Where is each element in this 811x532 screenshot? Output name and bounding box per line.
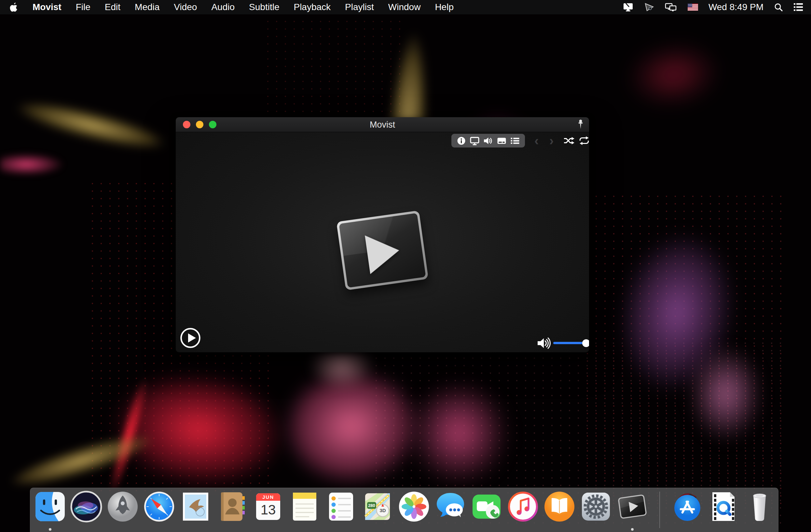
finder-icon	[34, 490, 66, 523]
spotlight-search-icon[interactable]	[774, 3, 783, 12]
running-indicator-finder	[49, 528, 51, 531]
dock-item-safari[interactable]	[143, 490, 175, 523]
dock-item-contacts[interactable]	[216, 490, 248, 523]
overlay-toolbar	[452, 134, 525, 148]
running-indicator-movist	[631, 528, 633, 531]
dock-item-ibooks[interactable]	[543, 490, 576, 523]
menu-item-playback[interactable]: Playback	[293, 2, 331, 12]
menu-item-video[interactable]: Video	[174, 2, 197, 12]
menu-item-file[interactable]: File	[76, 2, 91, 12]
display-mirroring-icon[interactable]	[665, 2, 677, 12]
subtitle-icon[interactable]	[496, 135, 507, 147]
siri-icon	[70, 490, 103, 523]
title-bar[interactable]: Movist	[176, 117, 589, 132]
launchpad-icon	[106, 490, 139, 523]
safari-icon	[143, 490, 175, 523]
menu-item-playlist[interactable]: Playlist	[345, 2, 374, 12]
dock-item-siri[interactable]	[70, 490, 103, 523]
dock-item-maps[interactable]: 280 3D	[361, 490, 394, 523]
system-preferences-icon	[580, 490, 612, 523]
reminders-icon	[325, 490, 357, 523]
dock-item-finder[interactable]	[34, 490, 66, 523]
shuffle-icon[interactable]	[564, 136, 575, 147]
volume-control	[536, 335, 588, 352]
notes-icon	[288, 490, 321, 523]
dock-item-app-store[interactable]	[671, 490, 704, 523]
notification-center-icon[interactable]	[793, 3, 803, 11]
mail-icon	[179, 490, 212, 523]
volume-icon[interactable]	[482, 135, 494, 147]
apple-icon[interactable]	[10, 2, 18, 12]
calendar-icon	[252, 490, 285, 523]
dock-item-trash[interactable]	[743, 490, 776, 523]
dock-item-calendar[interactable]: JUN 13	[252, 490, 285, 523]
volume-knob[interactable]	[582, 339, 589, 347]
play-triangle-icon	[365, 231, 402, 274]
movist-logo-screen	[339, 213, 426, 288]
dock-item-reminders[interactable]	[325, 490, 357, 523]
repeat-icon[interactable]	[579, 136, 589, 147]
screen-play-icon[interactable]	[644, 2, 655, 12]
pin-icon[interactable]	[577, 119, 584, 132]
movist-dock-icon	[616, 490, 648, 523]
volume-slider[interactable]	[553, 342, 585, 344]
ibooks-icon	[543, 490, 576, 523]
menu-item-help[interactable]: Help	[435, 2, 454, 12]
menu-item-edit[interactable]: Edit	[105, 2, 120, 12]
movist-window: Movist	[176, 117, 589, 352]
playlist-icon[interactable]	[509, 135, 521, 147]
info-icon[interactable]	[456, 135, 467, 147]
movist-logo	[336, 210, 428, 290]
app-store-icon	[671, 490, 704, 523]
dock-item-system-preferences[interactable]	[580, 490, 612, 523]
video-area[interactable]: ‹ ›	[176, 132, 589, 352]
dock-item-quicktime[interactable]	[707, 490, 740, 523]
menu-bar: Movist File Edit Media Video Audio Subti…	[0, 0, 811, 14]
dock-item-movist[interactable]	[616, 490, 648, 523]
us-flag-icon[interactable]	[688, 4, 698, 11]
menu-item-audio[interactable]: Audio	[211, 2, 235, 12]
contacts-icon	[216, 490, 248, 523]
trash-icon	[743, 490, 776, 523]
dock-item-photos[interactable]	[398, 490, 430, 523]
previous-icon[interactable]: ‹	[534, 135, 539, 147]
menu-item-movist[interactable]: Movist	[33, 2, 62, 12]
quicktime-icon	[707, 490, 740, 523]
dock-item-launchpad[interactable]	[106, 490, 139, 523]
next-icon[interactable]: ›	[549, 135, 554, 147]
display-record-icon[interactable]	[623, 2, 633, 12]
dock-item-facetime[interactable]	[470, 490, 503, 523]
menu-item-subtitle[interactable]: Subtitle	[249, 2, 279, 12]
clock[interactable]: Wed 8:49 PM	[708, 2, 764, 12]
dock-item-mail[interactable]	[179, 490, 212, 523]
itunes-icon	[507, 490, 539, 523]
play-button[interactable]	[180, 327, 201, 349]
window-title: Movist	[176, 117, 589, 132]
dock-item-notes[interactable]	[288, 490, 321, 523]
dock-item-itunes[interactable]	[507, 490, 539, 523]
photos-icon	[398, 490, 430, 523]
messages-icon	[434, 490, 467, 523]
dock-divider	[659, 492, 660, 528]
menu-item-window[interactable]: Window	[388, 2, 421, 12]
menu-item-media[interactable]: Media	[135, 2, 159, 12]
maps-icon	[361, 490, 394, 523]
dock-item-messages[interactable]	[434, 490, 467, 523]
facetime-icon	[470, 490, 503, 523]
display-icon[interactable]	[469, 135, 481, 147]
